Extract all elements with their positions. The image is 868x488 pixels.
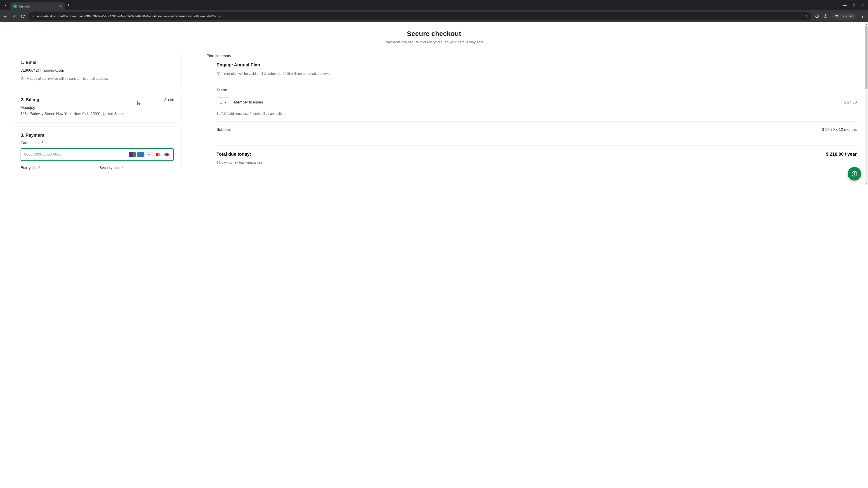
license-qty-value: 1 (220, 100, 222, 104)
chevron-down-icon (224, 101, 227, 104)
bookmark-button[interactable]: ☆ (805, 14, 808, 19)
tab-search-button[interactable] (2, 2, 9, 9)
info-icon (217, 72, 221, 76)
payment-step-title: 3. Payment (21, 133, 174, 138)
svg-point-0 (33, 15, 33, 17)
email-note: A copy of the invoice will be sent to th… (27, 76, 108, 80)
forward-button[interactable] (11, 13, 17, 20)
card-number-label: Card number* (21, 141, 174, 145)
license-quantity-select[interactable]: 1 (217, 97, 230, 107)
window-controls: — ▢ ✕ (843, 3, 868, 7)
guarantee-note: 30-day money back guarantee (217, 160, 857, 164)
site-settings-icon[interactable] (31, 14, 35, 19)
url-text: upgrade.slido.com/?account_uuid=36bd9b62… (37, 14, 803, 18)
menu-button[interactable]: ⋮ (861, 14, 864, 19)
expiry-label: Expiry date* (21, 166, 95, 170)
edit-label: Edit (168, 98, 174, 102)
billing-card: 2. Billing Edit Moodjoy 1234 Parkway Str… (13, 91, 182, 123)
favicon-icon: s (13, 4, 17, 8)
cvc-label: Security code* (99, 166, 174, 170)
scroll-down-arrow[interactable]: ▼ (865, 182, 868, 185)
email-value: 31860d42@moodjoy.com (21, 68, 174, 73)
help-button[interactable] (848, 167, 861, 181)
tab-title: Upgrade (19, 5, 57, 8)
billing-step-title: 2. Billing (21, 97, 39, 102)
plan-validity-note: Your plan will be valid until October 11… (223, 71, 330, 76)
page-header: Secure checkout Payments are secure and … (0, 22, 868, 44)
payment-card: 3. Payment Card number* VISA Expiry date… (13, 127, 182, 170)
plan-summary: Plan summary Engage Annual Plan Your pla… (207, 54, 857, 170)
billing-company: Moodjoy (21, 105, 174, 110)
tab-close-button[interactable]: ✕ (59, 4, 62, 8)
edit-billing-button[interactable]: Edit (163, 98, 174, 102)
svg-point-3 (22, 77, 23, 78)
total-value: $ 210.00 / year (826, 152, 857, 157)
total-label: Total due today: (217, 152, 251, 157)
reload-button[interactable] (20, 13, 26, 20)
team-label: Team: (217, 88, 857, 92)
back-button[interactable] (2, 13, 8, 20)
plan-summary-heading: Plan summary (207, 54, 857, 58)
mastercard-icon (154, 152, 162, 157)
close-window-button[interactable]: ✕ (861, 3, 864, 7)
email-card: 1. Email 31860d42@moodjoy.com A copy of … (13, 54, 182, 87)
license-price: $ 17.50 (844, 100, 857, 105)
scrollbar-thumb[interactable] (865, 26, 868, 89)
card-number-input[interactable] (24, 153, 129, 157)
maestro-icon (163, 152, 170, 157)
new-tab-button[interactable]: + (67, 3, 70, 8)
url-box[interactable]: upgrade.slido.com/?account_uuid=36bd9b62… (28, 12, 811, 20)
maximize-button[interactable]: ▢ (852, 3, 855, 7)
scroll-up-arrow[interactable]: ▲ (865, 22, 868, 26)
extensions-button[interactable] (815, 14, 819, 19)
page-content: Secure checkout Payments are secure and … (0, 22, 868, 185)
visa-icon: VISA (146, 152, 153, 157)
browser-chrome: s Upgrade ✕ + — ▢ ✕ upgrade.slido.com/?a… (0, 0, 868, 22)
subtotal-label: Subtotal (217, 127, 230, 132)
downloads-button[interactable] (824, 14, 828, 19)
pencil-icon (163, 98, 166, 101)
subtotal-value: $ 17.50 x 12 months (822, 127, 857, 132)
address-bar: upgrade.slido.com/?account_uuid=36bd9b62… (0, 10, 868, 22)
billing-address: 1234 Parkway Street, New York, New York,… (21, 112, 174, 116)
price-note: $ 17.50/additional user/month, billed an… (217, 112, 857, 116)
page-subtitle: Payments are secure and encrypted, so yo… (0, 40, 868, 44)
browser-tab[interactable]: s Upgrade ✕ (10, 2, 65, 10)
amex-icon (137, 152, 145, 157)
jcb-icon (129, 152, 136, 157)
license-label: Member licenses (234, 100, 840, 105)
info-icon (21, 76, 25, 80)
plan-name: Engage Annual Plan (217, 62, 857, 68)
incognito-indicator[interactable]: Incognito (832, 13, 856, 20)
svg-point-6 (218, 73, 219, 73)
card-brand-icons: VISA (129, 152, 170, 157)
email-step-title: 1. Email (21, 60, 174, 65)
titlebar: s Upgrade ✕ + — ▢ ✕ (0, 0, 868, 10)
page-title: Secure checkout (0, 30, 868, 37)
vertical-scrollbar[interactable]: ▲ ▼ (865, 22, 868, 185)
minimize-button[interactable]: — (843, 3, 846, 7)
svg-point-8 (854, 175, 855, 175)
incognito-label: Incognito (841, 14, 854, 18)
card-number-field-wrapper: VISA (21, 148, 174, 161)
